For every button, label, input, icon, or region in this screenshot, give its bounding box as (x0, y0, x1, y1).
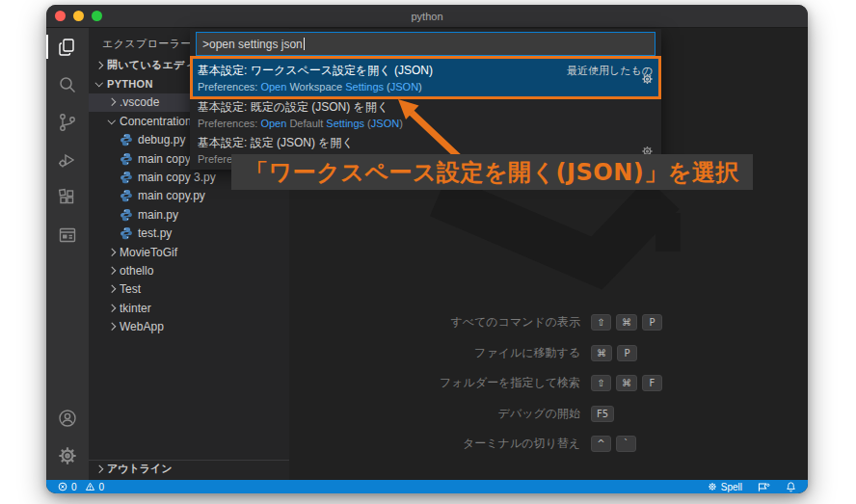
vscode-window: python エクスプローラー 開いているエディターPYTHON.vscodeC… (46, 5, 808, 493)
activity-bar-settings-gear[interactable] (46, 437, 89, 474)
chevron-right-icon (107, 284, 117, 294)
shortcut-keys: ⇧⌘F (591, 375, 662, 391)
tree-item-label: main.py (138, 208, 178, 222)
command-input[interactable]: >open settings json (196, 32, 655, 56)
command-results: 基本設定: ワークスペース設定を開く (JSON)最近使用したものPrefere… (190, 58, 661, 168)
chevron-right-icon (107, 97, 117, 107)
keycap: F (642, 375, 662, 391)
outline-section[interactable]: アウトライン (89, 460, 289, 477)
command-result-subtitle: Preferences: Open Workspace Settings (JS… (198, 81, 654, 93)
command-result[interactable]: 基本設定: ワークスペース設定を開く (JSON)最近使用したものPrefere… (190, 58, 661, 96)
minimize-window-button[interactable] (73, 11, 84, 21)
window-controls (55, 11, 102, 21)
chevron-down-icon (107, 117, 117, 126)
keycap: ⌘ (616, 375, 637, 391)
chevron-down-icon (94, 79, 104, 89)
shortcut-row: すべてのコマンドの表示⇧⌘P (364, 307, 702, 338)
configure-keybinding-gear-icon[interactable] (641, 73, 654, 86)
shortcut-label: すべてのコマンドの表示 (364, 314, 580, 331)
tree-item-label: main copy 3.py (138, 171, 216, 184)
python-file-icon (120, 171, 134, 184)
shortcut-row: ファイルに移動する⌘P (364, 338, 702, 369)
keycap: ⇧ (591, 375, 611, 391)
shortcut-keys: ⇧⌘P (591, 314, 662, 331)
account-icon (56, 407, 79, 430)
command-result[interactable]: 基本設定: 既定の設定 (JSON) を開くPreferences: Open … (190, 96, 661, 132)
warning-icon (85, 482, 95, 491)
activity-bar-files-explorer[interactable] (46, 28, 89, 66)
feedback-icon[interactable] (758, 482, 770, 492)
gear-icon (708, 482, 717, 491)
command-palette: >open settings json 基本設定: ワークスペース設定を開く (… (190, 29, 661, 170)
chevron-right-icon (94, 464, 104, 474)
shortcut-row: ターミナルの切り替え^` (364, 429, 702, 460)
shortcut-row: フォルダーを指定して検索⇧⌘F (364, 368, 702, 399)
warning-count: 0 (99, 482, 105, 492)
chevron-right-icon (94, 61, 104, 70)
shortcut-watermark: すべてのコマンドの表示⇧⌘Pファイルに移動する⌘Pフォルダーを指定して検索⇧⌘F… (364, 307, 702, 460)
python-file-icon (120, 226, 134, 240)
tree-item-label: WebApp (120, 320, 164, 333)
tree-item-label: test.py (138, 226, 172, 240)
text-cursor (304, 38, 305, 50)
run-debug-icon (56, 148, 79, 172)
window-title: python (46, 11, 808, 22)
tree-item-label: Test (120, 282, 141, 296)
keycap: ` (616, 436, 636, 452)
tree-item-main-py[interactable]: main.py (89, 205, 289, 224)
shortcut-label: ターミナルの切り替え (364, 436, 580, 452)
activity-bar-run-debug[interactable] (46, 141, 89, 178)
tree-item-label: PYTHON (107, 78, 153, 90)
shortcut-label: フォルダーを指定して検索 (364, 375, 580, 391)
activity-bar-source-control[interactable] (46, 103, 89, 141)
tree-item-label: .vscode (120, 95, 159, 109)
tree-item-label: Concentration (120, 115, 192, 128)
keycap: ⌘ (616, 314, 637, 331)
bell-icon[interactable] (786, 481, 796, 492)
activity-bar-notebook-panel[interactable] (46, 216, 89, 253)
tree-item-test[interactable]: Test (89, 280, 289, 299)
error-count: 0 (71, 482, 77, 492)
tree-item-label: debug.py (138, 133, 185, 146)
spell-label: Spell (721, 482, 742, 492)
notebook-panel-icon (56, 224, 79, 247)
shortcut-keys: ⌘P (591, 345, 637, 361)
tree-item-test-py[interactable]: test.py (89, 225, 289, 243)
outline-label: アウトライン (107, 462, 173, 476)
source-control-icon (56, 111, 79, 134)
tree-item-label: MovieToGif (120, 246, 177, 259)
activity-bar-search[interactable] (46, 66, 89, 103)
search-icon (56, 73, 79, 96)
annotation-label: 「ワークスペース設定を開く(JSON)」を選択 (231, 154, 753, 190)
close-window-button[interactable] (55, 11, 66, 21)
python-file-icon (120, 152, 134, 166)
shortcut-row: デバッグの開始F5 (364, 399, 702, 430)
extensions-icon (56, 186, 79, 209)
command-query: >open settings json (202, 38, 303, 51)
keycap: ^ (591, 436, 611, 452)
zoom-window-button[interactable] (92, 11, 102, 21)
tree-item-label: othello (120, 264, 153, 278)
keycap: P (642, 314, 662, 331)
explorer-header: エクスプローラー (102, 37, 192, 51)
activity-bar (46, 28, 89, 480)
command-result-subtitle: Preferences: Open Default Settings (JSON… (198, 118, 654, 129)
status-bar: 0 0 Spell (46, 480, 808, 493)
problems-status[interactable]: 0 0 (58, 482, 104, 492)
keycap: ⌘ (591, 345, 612, 361)
recently-used-badge: 最近使用したもの (567, 64, 653, 78)
activity-bar-account[interactable] (46, 399, 89, 437)
python-file-icon (120, 189, 134, 202)
tree-item-webapp[interactable]: WebApp (89, 317, 289, 335)
activity-bar-extensions[interactable] (46, 178, 89, 216)
shortcut-label: デバッグの開始 (364, 406, 580, 422)
spell-checker-status[interactable]: Spell (708, 482, 742, 492)
tree-item-tkinter[interactable]: tkinter (89, 299, 289, 317)
python-file-icon (120, 133, 134, 146)
tree-item-othello[interactable]: othello (89, 261, 289, 279)
shortcut-label: ファイルに移動する (364, 345, 580, 361)
chevron-right-icon (107, 248, 117, 257)
tree-item-movietogif[interactable]: MovieToGif (89, 243, 289, 261)
error-icon (58, 482, 67, 491)
command-result-title: 基本設定: 設定 (JSON) を開く (198, 135, 654, 151)
